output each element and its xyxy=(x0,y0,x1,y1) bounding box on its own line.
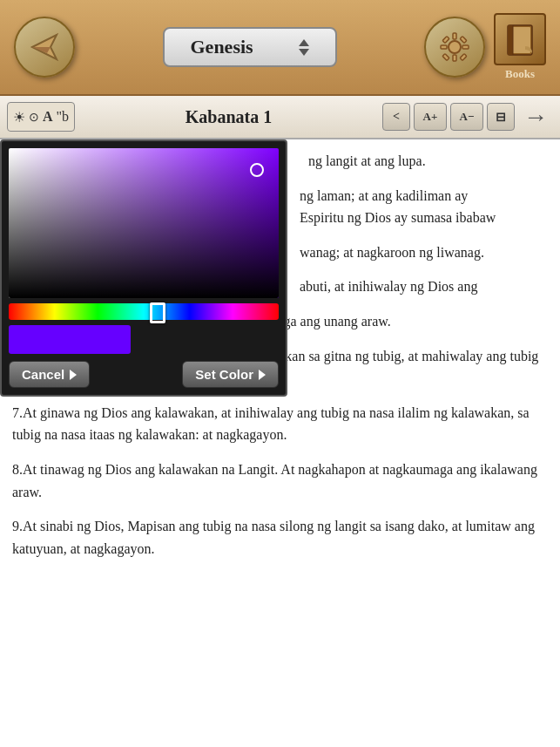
brightness-high-icon[interactable]: ☀ xyxy=(13,109,25,126)
font-letter-icon[interactable]: A xyxy=(43,109,53,125)
back-nav-button[interactable] xyxy=(14,17,75,78)
header-right-buttons: Books xyxy=(424,13,546,81)
font-increase-button[interactable]: A+ xyxy=(414,103,447,131)
nav-icon xyxy=(28,31,61,64)
svg-rect-9 xyxy=(442,54,449,61)
cancel-button[interactable]: Cancel xyxy=(9,361,90,388)
spinner-arrows xyxy=(299,39,309,56)
svg-rect-6 xyxy=(462,45,469,49)
color-picker-overlay: Cancel Set Color xyxy=(0,139,287,397)
book-icon-svg xyxy=(501,20,539,58)
svg-rect-8 xyxy=(460,37,467,44)
set-color-arrow-icon xyxy=(259,370,266,380)
verse-7: 7.At ginawa ng Dios ang kalawakan, at in… xyxy=(12,402,548,446)
book-selector-container: Genesis xyxy=(163,27,337,67)
svg-rect-5 xyxy=(441,45,447,49)
svg-point-2 xyxy=(449,41,461,53)
hue-slider[interactable] xyxy=(9,303,279,321)
content-area: ng langit at ang lupa. ng laman; at ang … xyxy=(0,139,560,747)
svg-rect-13 xyxy=(508,25,513,55)
settings-button[interactable] xyxy=(424,17,485,78)
svg-rect-10 xyxy=(460,54,467,61)
nav-controls: < A+ A− ⊟ xyxy=(382,103,515,131)
down-arrow xyxy=(299,49,309,56)
brightness-low-icon[interactable]: ⊙ xyxy=(29,110,39,125)
verse-9: 9.At sinabi ng Dios, Mapisan ang tubig n… xyxy=(12,515,548,560)
books-label: Books xyxy=(505,67,535,81)
book-selector[interactable]: Genesis xyxy=(163,27,337,67)
next-chapter-button[interactable]: → xyxy=(518,102,553,132)
svg-rect-4 xyxy=(453,55,456,61)
app-header: Genesis xyxy=(0,0,560,96)
color-gradient-dark xyxy=(9,148,279,298)
color-gradient-box[interactable] xyxy=(9,148,279,298)
svg-rect-3 xyxy=(453,33,456,39)
books-icon xyxy=(494,13,546,65)
set-color-button[interactable]: Set Color xyxy=(182,361,279,388)
reading-toolbar: ☀ ⊙ A "b Kabanata 1 < A+ A− ⊟ → xyxy=(0,96,560,139)
chapter-title: Kabanata 1 xyxy=(78,107,379,127)
display-icons-group: ☀ ⊙ A "b xyxy=(7,102,75,132)
font-alt-icon[interactable]: "b xyxy=(57,109,70,125)
book-name: Genesis xyxy=(191,36,253,58)
nav-back-button[interactable]: < xyxy=(382,103,410,131)
cancel-arrow-icon xyxy=(70,370,77,380)
color-preview-swatch xyxy=(9,325,131,354)
bookmark-button[interactable]: ⊟ xyxy=(487,103,515,131)
hue-cursor xyxy=(150,302,165,323)
books-button[interactable]: Books xyxy=(494,13,546,81)
gear-icon xyxy=(437,30,472,65)
picker-buttons: Cancel Set Color xyxy=(9,361,279,388)
svg-rect-7 xyxy=(442,37,449,44)
verse-8: 8.At tinawag ng Dios ang kalawakan na La… xyxy=(12,458,548,503)
font-decrease-button[interactable]: A− xyxy=(450,103,483,131)
up-arrow xyxy=(299,39,309,46)
